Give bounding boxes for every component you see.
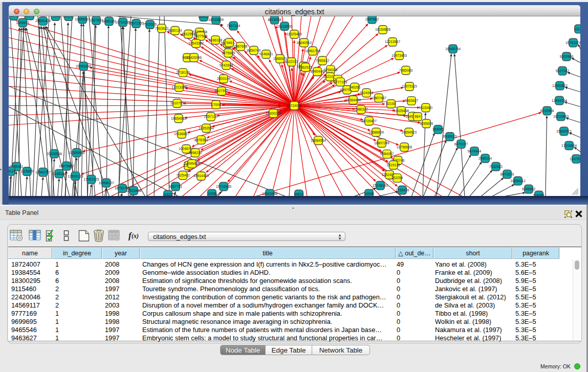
svg-text:10975867: 10975867 xyxy=(59,164,74,167)
svg-text:(x): (x) xyxy=(132,232,139,239)
svg-text:9146821: 9146821 xyxy=(259,52,273,56)
svg-text:3498222: 3498222 xyxy=(188,150,202,154)
svg-text:10807487: 10807487 xyxy=(371,96,386,99)
svg-text:2087682: 2087682 xyxy=(365,17,379,21)
svg-text:17957225: 17957225 xyxy=(83,177,99,181)
svg-text:12505135: 12505135 xyxy=(68,174,83,178)
svg-text:924561: 924561 xyxy=(533,193,545,195)
svg-text:9463627: 9463627 xyxy=(405,99,419,102)
svg-text:864: 864 xyxy=(415,115,421,118)
svg-text:3624554: 3624554 xyxy=(360,91,374,94)
svg-text:16914479: 16914479 xyxy=(193,174,209,178)
svg-text:20206536: 20206536 xyxy=(47,151,62,155)
svg-text:164095: 164095 xyxy=(432,127,444,131)
svg-text:1610755: 1610755 xyxy=(170,101,184,105)
svg-text:1145114: 1145114 xyxy=(53,171,66,175)
svg-text:1733426: 1733426 xyxy=(396,188,409,191)
svg-text:20949: 20949 xyxy=(25,16,35,17)
svg-text:17016504: 17016504 xyxy=(561,143,577,147)
svg-text:8938923: 8938923 xyxy=(443,135,457,138)
svg-text:6479197: 6479197 xyxy=(454,142,468,145)
svg-text:203117: 203117 xyxy=(63,16,74,18)
svg-text:15716485: 15716485 xyxy=(216,184,231,188)
svg-text:18724007: 18724007 xyxy=(287,103,302,107)
svg-text:10958107: 10958107 xyxy=(98,181,114,184)
svg-text:1527602: 1527602 xyxy=(90,18,103,22)
svg-text:746266: 746266 xyxy=(349,85,361,89)
svg-text:12444154: 12444154 xyxy=(552,98,567,102)
svg-text:2267130: 2267130 xyxy=(204,115,218,118)
svg-text:39119: 39119 xyxy=(9,169,15,172)
svg-text:2867608: 2867608 xyxy=(234,45,248,48)
svg-text:20053346: 20053346 xyxy=(76,64,91,68)
svg-text:19218506: 19218506 xyxy=(277,24,292,28)
svg-text:7485063: 7485063 xyxy=(399,68,413,72)
svg-text:2803144: 2803144 xyxy=(217,77,231,80)
svg-text:10973493: 10973493 xyxy=(391,53,407,57)
svg-text:7625402: 7625402 xyxy=(176,173,190,177)
svg-text:94514: 94514 xyxy=(294,192,304,195)
svg-text:62160: 62160 xyxy=(386,102,396,105)
svg-text:15692971: 15692971 xyxy=(556,129,572,133)
svg-text:9657791: 9657791 xyxy=(169,184,183,188)
svg-text:9827505: 9827505 xyxy=(194,34,208,37)
svg-text:9084067: 9084067 xyxy=(380,152,394,156)
svg-text:8322037: 8322037 xyxy=(285,60,298,63)
svg-text:15720407: 15720407 xyxy=(361,119,377,122)
svg-text:9777169: 9777169 xyxy=(334,80,347,83)
svg-text:3875685: 3875685 xyxy=(222,51,235,54)
svg-text:1615132: 1615132 xyxy=(386,163,400,166)
svg-text:8454749: 8454749 xyxy=(247,48,261,52)
svg-text:8471676: 8471676 xyxy=(500,172,514,176)
svg-text:20691406: 20691406 xyxy=(35,19,51,23)
svg-text:10025438: 10025438 xyxy=(394,108,409,112)
svg-text:23420046: 23420046 xyxy=(186,55,202,59)
svg-text:19343: 19343 xyxy=(51,16,60,18)
svg-text:17359936: 17359936 xyxy=(69,150,84,154)
svg-text:12975115: 12975115 xyxy=(402,84,417,88)
svg-text:9329966: 9329966 xyxy=(560,54,574,58)
svg-text:10655287: 10655287 xyxy=(75,17,90,20)
svg-text:9474444: 9474444 xyxy=(468,149,482,152)
svg-text:11923: 11923 xyxy=(163,192,173,195)
svg-text:16543382: 16543382 xyxy=(188,41,204,45)
svg-text:7632621: 7632621 xyxy=(489,164,503,168)
svg-text:12213967: 12213967 xyxy=(385,40,400,43)
svg-text:10654112: 10654112 xyxy=(510,179,526,182)
svg-text:23043: 23043 xyxy=(9,16,19,17)
svg-text:12093822: 12093822 xyxy=(552,83,568,87)
svg-text:8813054: 8813054 xyxy=(268,18,281,21)
svg-text:7357224: 7357224 xyxy=(227,24,241,27)
svg-text:19654923: 19654923 xyxy=(401,130,417,134)
svg-text:252254: 252254 xyxy=(391,176,403,180)
svg-text:16154808: 16154808 xyxy=(375,28,390,31)
svg-text:8186328: 8186328 xyxy=(209,38,223,41)
svg-text:6466160: 6466160 xyxy=(102,19,116,23)
svg-text:10756928: 10756928 xyxy=(397,145,412,148)
svg-text:2718176: 2718176 xyxy=(176,71,190,74)
svg-text:16640910: 16640910 xyxy=(296,40,312,44)
svg-text:7955812: 7955812 xyxy=(316,58,330,62)
svg-text:12942757: 12942757 xyxy=(35,170,51,173)
svg-text:11325419: 11325419 xyxy=(287,32,302,36)
svg-text:17006: 17006 xyxy=(211,102,221,106)
svg-text:1362615: 1362615 xyxy=(299,65,313,69)
svg-text:15751074: 15751074 xyxy=(565,40,580,44)
svg-text:16648764: 16648764 xyxy=(445,47,461,50)
svg-text:19166827: 19166827 xyxy=(174,132,189,136)
svg-text:9115460: 9115460 xyxy=(419,105,432,109)
svg-text:7515526: 7515526 xyxy=(143,23,157,26)
svg-text:16671355: 16671355 xyxy=(128,21,144,25)
svg-text:6794028: 6794028 xyxy=(324,68,338,71)
svg-text:8427552: 8427552 xyxy=(215,89,229,93)
svg-text:16033809: 16033809 xyxy=(208,18,224,21)
svg-text:8678352: 8678352 xyxy=(194,138,208,141)
svg-text:9245652: 9245652 xyxy=(522,187,536,190)
svg-text:20364436: 20364436 xyxy=(345,98,361,101)
svg-text:12213369: 12213369 xyxy=(171,85,187,89)
svg-text:16210643: 16210643 xyxy=(553,114,569,118)
svg-text:18807249: 18807249 xyxy=(374,141,389,144)
svg-text:7663822: 7663822 xyxy=(155,26,169,30)
svg-text:8990448: 8990448 xyxy=(311,70,324,73)
svg-text:15300275: 15300275 xyxy=(266,111,281,115)
